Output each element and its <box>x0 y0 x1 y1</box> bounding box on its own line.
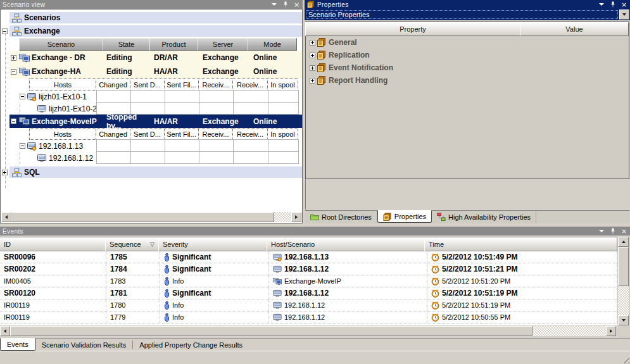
collapse-icon[interactable] <box>11 118 16 124</box>
scrollbar-track[interactable] <box>532 326 606 336</box>
event-row[interactable]: IR00119 1779 Info 192.168.1.12 5/2/2012 … <box>0 311 617 323</box>
properties-panel: Properties × Scenario Properties Propert… <box>305 0 630 223</box>
properties-titlebar: Properties × <box>305 0 630 9</box>
scenario-row-exchange-dr[interactable]: Exchange - DR Editing DR/AR Exchange Onl… <box>1 51 302 65</box>
collapse-icon[interactable] <box>2 28 8 34</box>
host-column-received-1[interactable]: Receiv... <box>198 78 233 91</box>
host-column-received-2[interactable]: Receiv... <box>232 78 268 91</box>
tab-scenario-validation-results[interactable]: Scenario Validation Results <box>35 341 134 349</box>
host-column-received-2[interactable]: Receiv... <box>232 128 268 140</box>
tab-root-directories[interactable]: Root Directories <box>305 211 377 223</box>
expand-icon[interactable] <box>310 65 315 71</box>
scrollbar-thumb[interactable] <box>11 212 274 222</box>
event-severity: Significant <box>160 263 269 275</box>
property-group-replication[interactable]: Replication <box>306 49 629 61</box>
column-header-property[interactable]: Property <box>305 22 520 36</box>
column-header-severity[interactable]: Severity <box>158 237 267 251</box>
host-column-sent-files[interactable]: Sent Fil... <box>164 128 199 140</box>
properties-view-dropdown[interactable]: Scenario Properties <box>305 9 630 20</box>
close-icon[interactable]: × <box>621 228 627 235</box>
scenario-row-exchange-ha[interactable]: Exchange-HA Editing HA/AR Exchange Onlin… <box>1 65 302 78</box>
event-row[interactable]: SR00096 1785 Significant 192.168.1.13 5/… <box>0 251 617 263</box>
event-sequence: 1785 <box>106 251 160 263</box>
events-panel: Events × ID Sequence ▽ Severity Host/Sce… <box>0 227 630 364</box>
resize-grip-icon[interactable] <box>621 355 629 363</box>
scrollbar-thumb[interactable] <box>10 326 532 336</box>
close-icon[interactable]: × <box>621 1 627 8</box>
tree-node-scenarios[interactable]: Scenarios <box>1 12 302 23</box>
property-group-report-handling[interactable]: Report Handling <box>306 74 629 87</box>
info-severity-icon <box>164 289 170 298</box>
server-icon <box>273 265 282 273</box>
expand-icon[interactable] <box>310 78 315 84</box>
collapse-icon[interactable] <box>20 94 25 99</box>
scroll-left-icon[interactable] <box>1 212 11 222</box>
scenario-row-exchange-moveip[interactable]: Exchange-MoveIP Stopped by... HA/AR Exch… <box>1 115 302 128</box>
host-column-hosts[interactable]: Hosts <box>29 128 96 140</box>
collapse-icon[interactable] <box>11 69 16 75</box>
collapse-icon[interactable] <box>20 143 25 149</box>
column-header-mode[interactable]: Mode <box>248 38 297 51</box>
expand-icon[interactable] <box>310 40 315 46</box>
scroll-left-icon[interactable] <box>0 326 10 336</box>
pin-icon[interactable] <box>609 228 616 235</box>
event-row[interactable]: IR00119 1780 Info 192.168.1.12 5/2/2012 … <box>0 299 617 311</box>
tab-properties[interactable]: Properties <box>377 210 432 223</box>
window-position-icon[interactable] <box>598 1 605 8</box>
close-icon[interactable]: × <box>293 1 300 8</box>
scrollbar-thumb[interactable] <box>618 247 629 286</box>
column-header-state[interactable]: State <box>103 38 150 51</box>
column-header-value[interactable]: Value <box>520 22 629 36</box>
horizontal-scrollbar[interactable] <box>0 326 616 336</box>
host-column-in-spool[interactable]: In spool <box>267 128 298 140</box>
host-column-sent-files[interactable]: Sent Fil... <box>164 78 199 91</box>
scenario-icon <box>19 53 30 63</box>
expand-icon[interactable] <box>2 170 8 175</box>
event-row[interactable]: IM00405 1783 Info Exchange-MoveIP 5/2/20… <box>0 275 617 287</box>
tree-node-exchange[interactable]: Exchange <box>1 25 302 37</box>
expand-icon[interactable] <box>11 55 16 61</box>
scroll-right-icon[interactable] <box>606 326 616 336</box>
host-column-received-1[interactable]: Receiv... <box>198 128 233 140</box>
column-header-product[interactable]: Product <box>149 38 198 51</box>
column-header-scenario[interactable]: Scenario <box>19 38 103 51</box>
pin-icon[interactable] <box>609 1 616 8</box>
column-header-host-scenario[interactable]: Host/Scenario <box>267 237 425 251</box>
tree-node-sql[interactable]: SQL <box>1 166 302 178</box>
tab-applied-property-change-results[interactable]: Applied Property Change Results <box>133 341 249 349</box>
window-position-icon[interactable] <box>598 228 605 235</box>
expand-icon[interactable] <box>310 53 315 58</box>
tab-high-availability-properties[interactable]: High Availability Properties <box>432 211 536 223</box>
host-column-sent-data[interactable]: Sent D... <box>130 78 165 91</box>
column-header-server[interactable]: Server <box>198 38 248 51</box>
host-row[interactable]: 192.168.1.12 <box>20 152 302 164</box>
scroll-down-icon[interactable] <box>618 315 629 325</box>
host-column-changed[interactable]: Changed <box>96 78 130 91</box>
scrollbar-track[interactable] <box>274 212 291 222</box>
host-column-in-spool[interactable]: In spool <box>267 78 298 91</box>
host-row[interactable]: 192.168.1.13 <box>20 140 302 152</box>
event-row[interactable]: SR00120 1781 Significant 192.168.1.12 5/… <box>0 287 617 299</box>
scroll-up-icon[interactable] <box>618 237 629 247</box>
properties-grid-header: Property Value <box>306 22 629 36</box>
window-position-icon[interactable] <box>270 1 277 8</box>
property-group-general[interactable]: General <box>306 36 629 49</box>
chevron-down-icon[interactable] <box>619 9 629 20</box>
host-row[interactable]: lijzh01-Ex10-1 <box>20 91 302 103</box>
event-row[interactable]: SR00202 1784 Significant 192.168.1.12 5/… <box>0 263 617 275</box>
pin-icon[interactable] <box>282 1 289 8</box>
horizontal-scrollbar[interactable] <box>1 212 301 222</box>
column-header-id[interactable]: ID <box>0 237 106 251</box>
column-header-sequence[interactable]: Sequence ▽ <box>105 237 159 251</box>
event-id: IR00119 <box>0 299 106 311</box>
status-bar <box>0 351 630 364</box>
tab-events[interactable]: Events <box>0 338 35 351</box>
event-id: SR00096 <box>0 251 106 263</box>
vertical-scrollbar[interactable] <box>618 237 629 325</box>
column-header-time[interactable]: Time <box>424 237 617 251</box>
property-group-event-notification[interactable]: Event Notification <box>306 61 629 74</box>
scroll-right-icon[interactable] <box>291 212 301 222</box>
host-column-hosts[interactable]: Hosts <box>29 78 96 91</box>
host-row[interactable]: lijzh01-Ex10-2 <box>20 103 302 115</box>
scrollbar-track[interactable] <box>618 286 629 315</box>
